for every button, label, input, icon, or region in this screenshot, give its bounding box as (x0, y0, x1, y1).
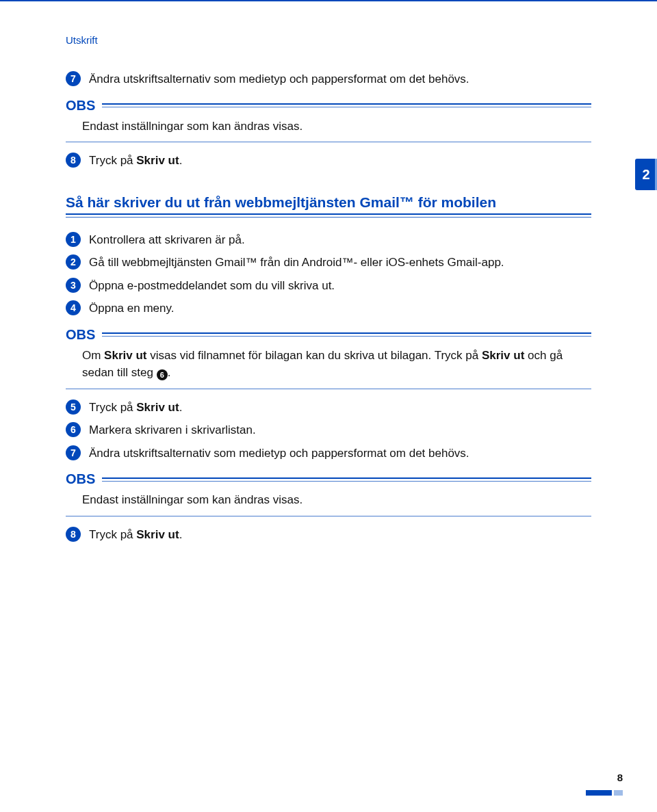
step-text: Ändra utskriftsalternativ som medietyp o… (89, 445, 469, 462)
step-text: Kontrollera att skrivaren är på. (89, 231, 245, 249)
note-body: Om Skriv ut visas vid filnamnet för bila… (66, 347, 591, 389)
step-text: Öppna en meny. (89, 300, 174, 317)
page-number: 8 (586, 772, 623, 783)
step-5: 5 Tryck på Skriv ut. (66, 399, 591, 417)
step-1: 1 Kontrollera att skrivaren är på. (66, 231, 591, 249)
step-text: Tryck på Skriv ut. (89, 526, 182, 544)
step-number-icon: 6 (66, 422, 81, 437)
heading-underline (66, 213, 591, 218)
step-number-icon: 1 (66, 232, 81, 247)
section-heading: Utskrift (66, 34, 591, 46)
note-label: OBS (66, 471, 102, 487)
note-label: OBS (66, 98, 102, 114)
step-6: 6 Markera skrivaren i skrivarlistan. (66, 421, 591, 439)
note-block: OBS Endast inställningar som kan ändras … (66, 471, 591, 516)
step-8b: 8 Tryck på Skriv ut. (66, 526, 591, 544)
step-text: Öppna e-postmeddelandet som du vill skri… (89, 277, 335, 295)
note-body: Endast inställningar som kan ändras visa… (66, 118, 591, 142)
chapter-tab: 2 (635, 159, 657, 190)
step-text: Gå till webbmejltjänsten Gmail™ från din… (89, 254, 504, 272)
step-number-icon: 8 (66, 527, 81, 542)
subsection-heading: Så här skriver du ut från webbmejltjänst… (66, 194, 591, 211)
page-footer: 8 (586, 772, 623, 796)
step-text: Tryck på Skriv ut. (89, 152, 182, 170)
note-body: Endast inställningar som kan ändras visa… (66, 491, 591, 516)
step-number-icon: 7 (66, 71, 81, 86)
step-number-icon: 5 (66, 400, 81, 415)
step-number-icon: 3 (66, 278, 81, 293)
step-text: Markera skrivaren i skrivarlistan. (89, 421, 256, 439)
step-text: Ändra utskriftsalternativ som medietyp o… (89, 70, 469, 88)
footer-bar-icon (586, 790, 623, 796)
note-block: OBS Om Skriv ut visas vid filnamnet för … (66, 327, 591, 389)
step-number-icon: 7 (66, 445, 81, 460)
step-text: Tryck på Skriv ut. (89, 399, 182, 417)
chapter-number: 2 (642, 167, 649, 183)
step-2: 2 Gå till webbmejltjänsten Gmail™ från d… (66, 254, 591, 272)
note-block: OBS Endast inställningar som kan ändras … (66, 98, 591, 143)
step-4: 4 Öppna en meny. (66, 300, 591, 317)
note-label: OBS (66, 327, 102, 343)
step-7b: 7 Ändra utskriftsalternativ som medietyp… (66, 445, 591, 462)
step-number-icon: 4 (66, 300, 81, 315)
inline-step-ref-icon: 6 (157, 369, 168, 380)
step-8: 8 Tryck på Skriv ut. (66, 152, 591, 170)
step-3: 3 Öppna e-postmeddelandet som du vill sk… (66, 277, 591, 295)
step-number-icon: 8 (66, 153, 81, 168)
step-number-icon: 2 (66, 254, 81, 270)
step-7: 7 Ändra utskriftsalternativ som medietyp… (66, 70, 591, 88)
